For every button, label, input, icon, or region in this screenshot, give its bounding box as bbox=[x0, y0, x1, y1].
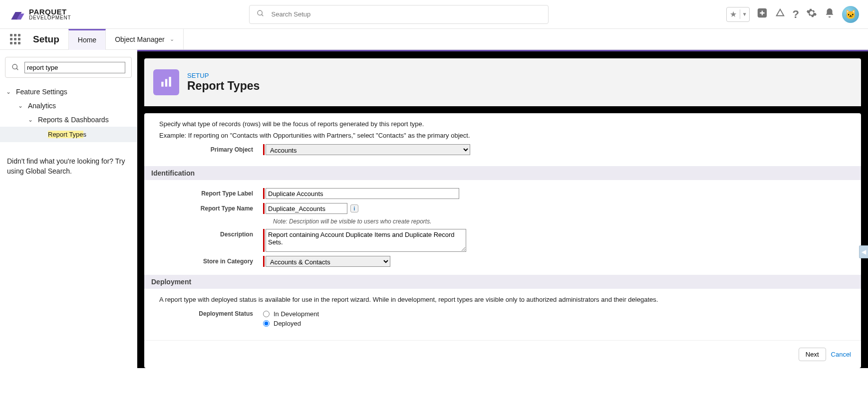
in-development-radio[interactable] bbox=[263, 311, 270, 317]
description-label: Description bbox=[159, 229, 263, 238]
context-nav: Setup Home Object Manager ⌄ bbox=[0, 29, 868, 50]
logo-text-2: DEVELOPMENT bbox=[29, 15, 71, 20]
sidebar-help-text: Didn't find what you're looking for? Try… bbox=[5, 156, 132, 177]
global-header: PARQUET DEVELOPMENT Search Setup ★ ▼ ? � bbox=[0, 0, 868, 29]
info-icon[interactable]: i bbox=[350, 204, 358, 212]
add-icon[interactable] bbox=[757, 7, 768, 21]
report-type-name-label: Report Type Name bbox=[159, 203, 263, 212]
svg-rect-9 bbox=[169, 77, 171, 87]
in-development-label: In Development bbox=[274, 310, 319, 318]
report-type-label-input[interactable] bbox=[266, 188, 459, 199]
org-logo[interactable]: PARQUET DEVELOPMENT bbox=[9, 7, 71, 21]
cancel-link[interactable]: Cancel bbox=[831, 351, 851, 358]
global-search[interactable]: Search Setup bbox=[249, 5, 549, 24]
primary-object-select[interactable]: Accounts bbox=[266, 144, 470, 155]
favorites-button[interactable]: ★ ▼ bbox=[726, 7, 750, 22]
svg-line-3 bbox=[262, 14, 263, 16]
tab-object-manager[interactable]: Object Manager ⌄ bbox=[106, 29, 184, 50]
tree-report-types[interactable]: Report Types bbox=[0, 127, 137, 142]
app-launcher-icon[interactable] bbox=[0, 34, 30, 44]
description-note: Note: Description will be visible to use… bbox=[273, 218, 846, 225]
star-icon: ★ bbox=[727, 9, 740, 19]
required-indicator bbox=[263, 203, 265, 214]
deployed-radio[interactable] bbox=[263, 320, 270, 327]
next-button[interactable]: Next bbox=[799, 348, 826, 361]
quick-find-input[interactable] bbox=[24, 62, 125, 73]
form-footer: Next Cancel bbox=[144, 340, 861, 368]
sidebar-search[interactable] bbox=[5, 57, 132, 78]
required-indicator bbox=[263, 144, 265, 155]
breadcrumb[interactable]: SETUP bbox=[187, 72, 260, 79]
tree-feature-settings[interactable]: ⌄ Feature Settings bbox=[5, 85, 132, 99]
parquet-logo-icon bbox=[9, 7, 26, 21]
expand-side-tab[interactable]: ◀ bbox=[859, 245, 868, 258]
description-textarea[interactable]: Report containing Account Duplicate Item… bbox=[266, 229, 466, 252]
primary-object-label: Primary Object bbox=[159, 144, 263, 153]
tree-analytics[interactable]: ⌄ Analytics bbox=[5, 99, 132, 113]
tree-reports-dashboards[interactable]: ⌄ Reports & Dashboards bbox=[5, 113, 132, 127]
form-panel: Specify what type of records (rows) will… bbox=[144, 113, 861, 368]
deployment-status-label: Deployment Status bbox=[159, 308, 263, 317]
main-content: SETUP Report Types Specify what type of … bbox=[137, 50, 868, 368]
tab-home[interactable]: Home bbox=[68, 29, 106, 50]
page-header: SETUP Report Types bbox=[144, 58, 861, 106]
report-type-icon bbox=[153, 69, 179, 95]
category-select[interactable]: Accounts & Contacts bbox=[266, 256, 390, 267]
search-icon bbox=[257, 9, 265, 19]
salesforce-help-icon[interactable] bbox=[775, 7, 786, 21]
app-name: Setup bbox=[30, 34, 68, 45]
svg-rect-8 bbox=[165, 79, 167, 87]
required-indicator bbox=[263, 256, 265, 267]
chevron-down-icon: ⌄ bbox=[18, 102, 25, 109]
logo-text-1: PARQUET bbox=[29, 8, 71, 15]
category-label: Store in Category bbox=[159, 256, 263, 265]
chevron-down-icon: ⌄ bbox=[170, 36, 174, 42]
notification-bell-icon[interactable] bbox=[824, 7, 835, 21]
user-avatar[interactable]: 🐱 bbox=[842, 6, 859, 23]
svg-rect-7 bbox=[161, 82, 163, 87]
search-icon bbox=[11, 63, 19, 71]
svg-point-5 bbox=[12, 64, 17, 69]
report-type-label-label: Report Type Label bbox=[159, 188, 263, 197]
svg-point-2 bbox=[258, 10, 262, 15]
intro-text-2: Example: If reporting on "Contacts with … bbox=[159, 132, 846, 139]
required-indicator bbox=[263, 229, 265, 252]
required-indicator bbox=[263, 188, 265, 199]
page-title: Report Types bbox=[187, 79, 260, 93]
deployed-label: Deployed bbox=[274, 320, 301, 327]
section-deployment: Deployment bbox=[144, 275, 861, 289]
chevron-down-icon: ⌄ bbox=[6, 88, 13, 95]
chevron-down-icon: ▼ bbox=[740, 11, 749, 17]
chevron-down-icon: ⌄ bbox=[28, 116, 35, 123]
setup-sidebar: ⌄ Feature Settings ⌄ Analytics ⌄ Reports… bbox=[0, 50, 137, 368]
deployment-intro: A report type with deployed status is av… bbox=[159, 296, 846, 303]
gear-icon[interactable] bbox=[806, 7, 817, 21]
help-icon[interactable]: ? bbox=[793, 8, 799, 21]
svg-line-6 bbox=[16, 68, 18, 70]
intro-text-1: Specify what type of records (rows) will… bbox=[159, 120, 846, 128]
search-placeholder: Search Setup bbox=[272, 10, 311, 18]
report-type-name-input[interactable] bbox=[266, 203, 347, 214]
section-identification: Identification bbox=[144, 166, 861, 180]
